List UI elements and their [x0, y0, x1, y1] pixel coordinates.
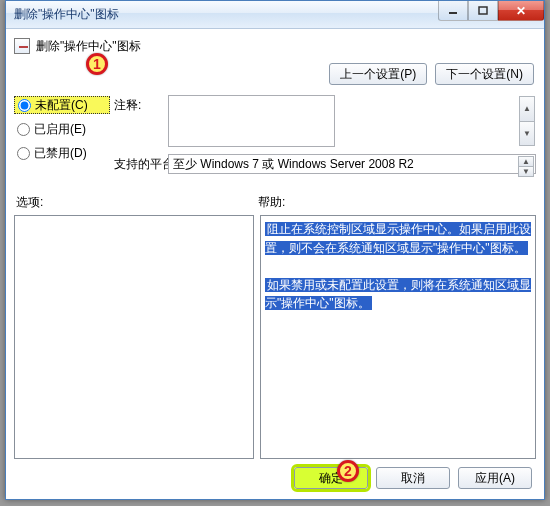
policy-dialog-window: 删除"操作中心"图标 ✕ 删除"操作中心"图标 上一个设置(P) 下一个设置(N…	[5, 0, 545, 500]
radio-disabled-input[interactable]	[17, 147, 30, 160]
previous-setting-button[interactable]: 上一个设置(P)	[329, 63, 427, 85]
apply-button[interactable]: 应用(A)	[458, 467, 532, 489]
next-setting-button[interactable]: 下一个设置(N)	[435, 63, 534, 85]
comment-spin-up[interactable]: ▲	[519, 96, 535, 122]
platform-spin: ▲ ▼	[518, 156, 534, 172]
nav-row: 上一个设置(P) 下一个设置(N)	[14, 63, 534, 85]
radio-enabled-label: 已启用(E)	[34, 121, 86, 138]
panels: 阻止在系统控制区域显示操作中心。如果启用此设置，则不会在系统通知区域显示"操作中…	[14, 215, 536, 459]
cancel-button[interactable]: 取消	[376, 467, 450, 489]
titlebar: 删除"操作中心"图标 ✕	[6, 1, 544, 29]
state-radio-group: 未配置(C) 已启用(E) 已禁用(D)	[14, 95, 110, 162]
minimize-button[interactable]	[438, 1, 468, 21]
platform-spin-down[interactable]: ▼	[518, 167, 534, 177]
close-icon: ✕	[516, 4, 526, 18]
comment-label: 注释:	[114, 95, 164, 114]
radio-not-configured-label: 未配置(C)	[35, 97, 88, 114]
supported-platform-value: 至少 Windows 7 或 Windows Server 2008 R2	[173, 156, 414, 173]
platform-label: 支持的平台:	[114, 154, 164, 173]
comment-textarea[interactable]	[168, 95, 335, 147]
close-button[interactable]: ✕	[498, 1, 544, 21]
help-panel[interactable]: 阻止在系统控制区域显示操作中心。如果启用此设置，则不会在系统通知区域显示"操作中…	[260, 215, 536, 459]
comment-wrap: ▲ ▼	[168, 95, 536, 150]
options-label: 选项:	[16, 194, 258, 211]
help-paragraph-2: 如果禁用或未配置此设置，则将在系统通知区域显示"操作中心"图标。	[265, 278, 531, 311]
radio-disabled[interactable]: 已禁用(D)	[14, 144, 110, 162]
help-label: 帮助:	[258, 194, 534, 211]
radio-disabled-label: 已禁用(D)	[34, 145, 87, 162]
comment-spin: ▲ ▼	[519, 96, 535, 146]
minimize-icon	[448, 6, 458, 16]
header-row: 删除"操作中心"图标	[14, 35, 536, 57]
window-buttons: ✕	[438, 1, 544, 21]
radio-enabled[interactable]: 已启用(E)	[14, 120, 110, 138]
platform-spin-up[interactable]: ▲	[518, 156, 534, 167]
options-panel[interactable]	[14, 215, 254, 459]
supported-platform-field: 至少 Windows 7 或 Windows Server 2008 R2 ▲ …	[168, 154, 536, 174]
form-grid: 未配置(C) 已启用(E) 已禁用(D) 注释: ▲ ▼ 支持	[14, 95, 536, 178]
help-paragraph-1: 阻止在系统控制区域显示操作中心。如果启用此设置，则不会在系统通知区域显示"操作中…	[265, 222, 531, 255]
ok-button[interactable]: 确定	[294, 467, 368, 489]
radio-enabled-input[interactable]	[17, 123, 30, 136]
radio-not-configured-input[interactable]	[18, 99, 31, 112]
client-area: 删除"操作中心"图标 上一个设置(P) 下一个设置(N) 未配置(C) 已启用(…	[6, 29, 544, 499]
maximize-icon	[478, 6, 488, 16]
footer-buttons: 确定 取消 应用(A)	[14, 459, 536, 491]
maximize-button[interactable]	[468, 1, 498, 21]
section-labels: 选项: 帮助:	[14, 194, 536, 211]
window-title: 删除"操作中心"图标	[14, 6, 119, 23]
svg-rect-0	[449, 12, 457, 14]
svg-rect-1	[479, 7, 487, 14]
comment-spin-down[interactable]: ▼	[519, 122, 535, 147]
header-text: 删除"操作中心"图标	[36, 38, 141, 55]
policy-icon	[14, 38, 30, 54]
radio-not-configured[interactable]: 未配置(C)	[14, 96, 110, 114]
